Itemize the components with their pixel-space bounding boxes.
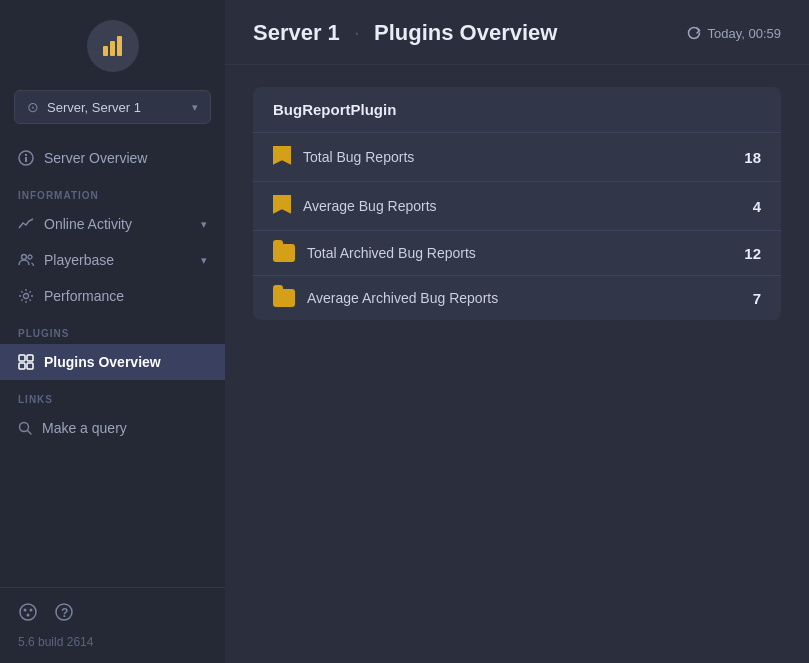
svg-line-14 [28,431,32,435]
sidebar: ⊙ Server, Server 1 ▾ Server Overview INF… [0,0,225,663]
stat-label: Average Archived Bug Reports [307,290,741,306]
svg-point-8 [24,294,29,299]
stat-row-total-bug-reports: Total Bug Reports 18 [253,133,781,182]
version-label: 5.6 build 2614 [18,635,207,649]
search-icon [18,421,32,435]
logo-circle [87,20,139,72]
players-icon [18,252,34,268]
refresh-time: Today, 00:59 [708,26,781,41]
palette-icon[interactable] [18,602,38,627]
help-icon[interactable]: ? [54,602,74,627]
chevron-down-icon: ▾ [201,218,207,231]
sidebar-item-online-activity[interactable]: Online Activity ▾ [0,206,225,242]
section-label-links: LINKS [0,380,225,410]
sidebar-item-server-overview-label: Server Overview [44,150,147,166]
logo-icon [99,32,127,60]
svg-point-17 [30,609,33,612]
svg-point-16 [24,609,27,612]
stat-value: 4 [753,198,761,215]
svg-point-15 [20,604,36,620]
sidebar-item-plugins-overview[interactable]: Plugins Overview [0,344,225,380]
sidebar-logo [0,0,225,90]
svg-rect-11 [19,363,25,369]
sidebar-item-online-activity-label: Online Activity [44,216,132,232]
sidebar-item-playerbase-label: Playerbase [44,252,114,268]
chevron-down-icon: ▾ [192,101,198,114]
bookmark-icon [273,195,291,217]
stat-label: Total Bug Reports [303,149,732,165]
svg-rect-2 [117,36,122,56]
refresh-icon [686,25,702,41]
sidebar-item-make-query[interactable]: Make a query [0,410,225,446]
server-selector[interactable]: ⊙ Server, Server 1 ▾ [14,90,211,124]
sidebar-item-server-overview[interactable]: Server Overview [0,140,225,176]
stat-value: 12 [744,245,761,262]
page-server-name: Server 1 [253,20,340,46]
page-header: Server 1 · Plugins Overview Today, 00:59 [225,0,809,65]
svg-rect-0 [103,46,108,56]
svg-text:?: ? [61,606,68,620]
svg-rect-4 [25,157,27,162]
main-body: BugReportPlugin Total Bug Reports 18 Ave… [225,65,809,342]
stat-row-avg-bug-reports: Average Bug Reports 4 [253,182,781,231]
main-content: Server 1 · Plugins Overview Today, 00:59… [225,0,809,663]
svg-rect-1 [110,41,115,56]
plugins-icon [18,354,34,370]
sidebar-navigation: Server Overview INFORMATION Online Activ… [0,140,225,587]
gear-icon [18,288,34,304]
stat-row-total-archived: Total Archived Bug Reports 12 [253,231,781,276]
folder-icon [273,289,295,307]
bookmark-icon [273,146,291,168]
plugin-card-title: BugReportPlugin [253,87,781,133]
sidebar-item-playerbase[interactable]: Playerbase ▾ [0,242,225,278]
header-divider: · [354,20,360,46]
section-label-information: INFORMATION [0,176,225,206]
stat-label: Total Archived Bug Reports [307,245,732,261]
server-selector-label: Server, Server 1 [47,100,184,115]
stat-row-avg-archived: Average Archived Bug Reports 7 [253,276,781,320]
svg-point-6 [22,255,27,260]
stat-value: 7 [753,290,761,307]
svg-rect-5 [25,154,27,156]
sidebar-footer: ? 5.6 build 2614 [0,587,225,663]
chart-icon [18,216,34,232]
chevron-down-icon: ▾ [201,254,207,267]
compass-icon: ⊙ [27,99,39,115]
stat-label: Average Bug Reports [303,198,741,214]
refresh-info: Today, 00:59 [686,25,781,41]
plugin-card-bugreport: BugReportPlugin Total Bug Reports 18 Ave… [253,87,781,320]
footer-icons: ? [18,602,207,627]
sidebar-item-performance-label: Performance [44,288,124,304]
svg-point-18 [27,614,30,617]
svg-point-7 [28,255,32,259]
svg-rect-9 [19,355,25,361]
svg-rect-12 [27,363,33,369]
svg-rect-10 [27,355,33,361]
sidebar-item-make-query-label: Make a query [42,420,127,436]
page-subtitle: Plugins Overview [374,20,557,46]
info-icon [18,150,34,166]
sidebar-item-performance[interactable]: Performance [0,278,225,314]
sidebar-item-plugins-overview-label: Plugins Overview [44,354,161,370]
section-label-plugins: PLUGINS [0,314,225,344]
folder-icon [273,244,295,262]
stat-value: 18 [744,149,761,166]
